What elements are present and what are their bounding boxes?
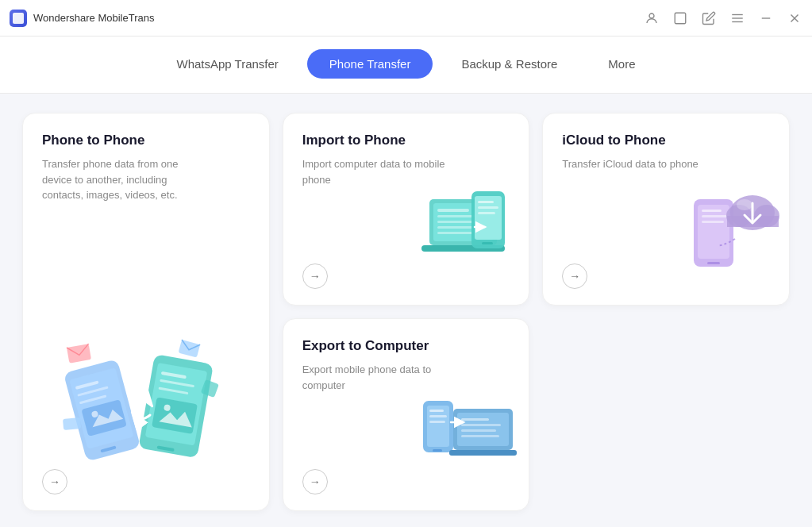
title-bar-controls	[644, 10, 802, 26]
card-import-arrow[interactable]: →	[302, 264, 328, 289]
svg-rect-56	[433, 449, 442, 452]
card-icloud-to-phone[interactable]: iCloud to Phone Transfer iCloud data to …	[542, 113, 790, 306]
card-phone-to-phone-desc: Transfer phone data from one device to a…	[42, 156, 201, 203]
close-button[interactable]	[787, 10, 802, 26]
svg-rect-31	[437, 209, 469, 212]
svg-rect-58	[429, 415, 447, 417]
tab-whatsapp[interactable]: WhatsApp Transfer	[154, 49, 300, 79]
tab-phone[interactable]: Phone Transfer	[307, 49, 433, 79]
app-title: Wondershare MobileTrans	[33, 12, 154, 24]
svg-rect-59	[429, 421, 445, 423]
window-button[interactable]	[672, 10, 688, 26]
svg-rect-40	[478, 206, 498, 209]
svg-point-0	[649, 13, 654, 18]
svg-rect-38	[482, 242, 493, 244]
import-illustration	[418, 183, 521, 271]
svg-rect-24	[67, 344, 91, 364]
main-content: Phone to Phone Transfer phone data from …	[0, 94, 812, 527]
svg-rect-41	[478, 212, 495, 214]
profile-button[interactable]	[644, 10, 660, 26]
svg-rect-62	[449, 450, 517, 456]
title-bar-left: Wondershare MobileTrans	[10, 10, 154, 27]
card-export-title: Export to Computer	[302, 338, 510, 354]
card-phone-to-phone-title: Phone to Phone	[42, 133, 250, 148]
svg-rect-46	[702, 215, 727, 217]
card-phone-to-phone[interactable]: Phone to Phone Transfer phone data from …	[22, 113, 270, 511]
menu-button[interactable]	[729, 10, 745, 26]
svg-rect-25	[178, 340, 200, 358]
svg-rect-66	[461, 435, 499, 437]
minimize-button[interactable]	[758, 10, 774, 26]
svg-rect-57	[429, 410, 444, 412]
svg-rect-64	[461, 424, 501, 426]
svg-rect-63	[461, 418, 489, 421]
svg-point-52	[737, 199, 752, 210]
tab-more[interactable]: More	[586, 49, 657, 79]
svg-rect-39	[478, 201, 494, 203]
title-bar: Wondershare MobileTrans	[0, 0, 812, 37]
card-export-to-computer[interactable]: Export to Computer Export mobile phone d…	[283, 318, 530, 511]
svg-rect-27	[63, 417, 81, 430]
card-icloud-desc: Transfer iCloud data to phone	[562, 156, 721, 172]
card-import-title: Import to Phone	[302, 133, 510, 148]
svg-rect-35	[437, 232, 473, 234]
svg-rect-43	[698, 205, 729, 259]
app-icon	[10, 10, 27, 27]
svg-rect-33	[437, 221, 477, 223]
nav-bar: WhatsApp Transfer Phone Transfer Backup …	[0, 37, 812, 94]
card-export-arrow[interactable]: →	[302, 469, 328, 494]
svg-rect-65	[461, 429, 496, 432]
export-illustration	[418, 389, 521, 476]
tab-backup[interactable]: Backup & Restore	[439, 49, 579, 79]
svg-rect-45	[702, 210, 722, 212]
icloud-illustration	[678, 183, 781, 271]
card-icloud-arrow[interactable]: →	[562, 264, 587, 289]
phone-to-phone-illustration	[59, 316, 233, 467]
card-import-to-phone[interactable]: Import to Phone Import computer data to …	[283, 113, 530, 306]
card-phone-to-phone-arrow[interactable]: →	[42, 469, 67, 494]
svg-rect-1	[675, 13, 686, 24]
svg-rect-47	[702, 221, 724, 223]
svg-rect-44	[707, 262, 720, 264]
card-icloud-title: iCloud to Phone	[562, 133, 770, 148]
edit-button[interactable]	[701, 10, 717, 26]
